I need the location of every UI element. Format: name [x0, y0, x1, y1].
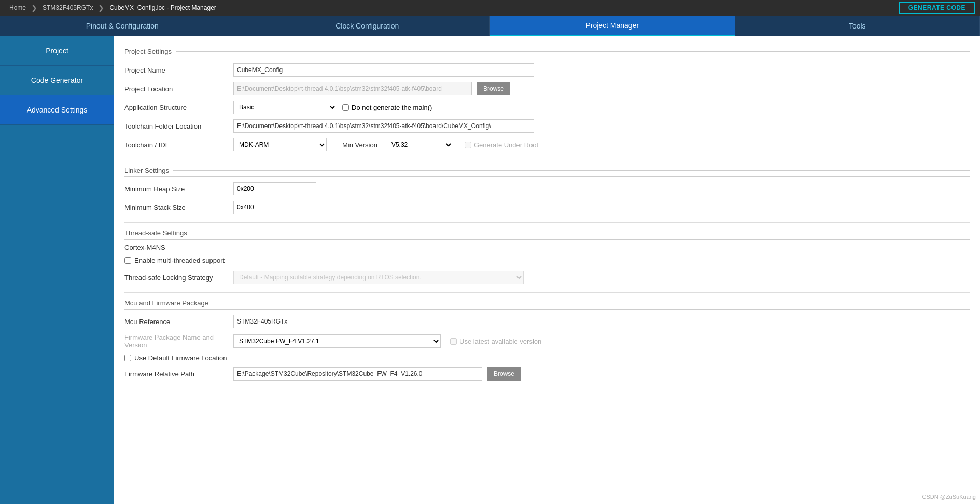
breadcrumb-sep-2: ❯ [98, 4, 104, 12]
min-stack-row: Minimum Stack Size [124, 201, 970, 214]
content-area: Project Settings Project Name Project Lo… [114, 36, 980, 504]
linker-settings-section: Linker Settings Minimum Heap Size Minimu… [124, 166, 970, 214]
locking-strategy-label: Thread-safe Locking Strategy [124, 274, 228, 282]
project-name-label: Project Name [124, 66, 228, 74]
tab-project-manager[interactable]: Project Manager [490, 16, 735, 36]
divider-1 [124, 160, 970, 160]
thread-safe-settings-section: Thread-safe Settings Cortex-M4NS Enable … [124, 229, 970, 284]
generate-under-root-label: Generate Under Root [474, 141, 538, 149]
sidebar-item-code-generator[interactable]: Code Generator [0, 66, 114, 95]
min-heap-label: Minimum Heap Size [124, 185, 228, 193]
divider-3 [124, 292, 970, 293]
application-structure-label: Application Structure [124, 104, 228, 111]
breadcrumb-project[interactable]: CubeMX_Config.ioc - Project Manager [105, 4, 220, 11]
locking-strategy-select[interactable]: Default - Mapping suitable strategy depe… [233, 271, 524, 284]
main-layout: Project Code Generator Advanced Settings… [0, 36, 980, 504]
min-version-select[interactable]: V5.32 [386, 138, 453, 151]
firmware-relative-path-label: Firmware Relative Path [124, 370, 228, 378]
toolchain-ide-row: Toolchain / IDE MDK-ARM Min Version V5.3… [124, 138, 970, 151]
project-settings-section: Project Settings Project Name Project Lo… [124, 48, 970, 151]
generate-under-root-row: Generate Under Root [465, 141, 538, 149]
sidebar: Project Code Generator Advanced Settings [0, 36, 114, 504]
firmware-relative-path-row: Firmware Relative Path Browse [124, 367, 970, 381]
project-name-input[interactable] [233, 63, 534, 77]
project-location-input[interactable] [233, 82, 472, 95]
do-not-generate-main-checkbox[interactable] [342, 104, 349, 111]
project-location-row: Project Location Browse [124, 82, 970, 95]
tab-tools[interactable]: Tools [735, 16, 981, 36]
toolchain-ide-select[interactable]: MDK-ARM [233, 138, 327, 151]
use-default-location-checkbox[interactable] [124, 355, 131, 361]
tab-clock[interactable]: Clock Configuration [245, 16, 491, 36]
toolchain-ide-label: Toolchain / IDE [124, 141, 228, 149]
use-latest-checkbox[interactable] [450, 338, 457, 345]
project-settings-header: Project Settings [124, 48, 970, 58]
sidebar-item-advanced-settings[interactable]: Advanced Settings [0, 95, 114, 125]
enable-multi-threaded-row: Enable multi-threaded support [124, 257, 970, 264]
enable-multi-threaded-label: Enable multi-threaded support [134, 257, 225, 264]
project-location-label: Project Location [124, 85, 228, 93]
mcu-firmware-header: Mcu and Firmware Package [124, 299, 970, 310]
mcu-reference-input[interactable] [233, 315, 534, 328]
cortex-label: Cortex-M4NS [124, 244, 970, 251]
min-version-label: Min Version [342, 141, 377, 149]
main-tab-bar: Pinout & Configuration Clock Configurati… [0, 16, 980, 36]
enable-multi-threaded-checkbox[interactable] [124, 257, 131, 264]
use-latest-row: Use latest available version [450, 338, 541, 345]
mcu-reference-label: Mcu Reference [124, 318, 228, 326]
sidebar-item-project[interactable]: Project [0, 36, 114, 66]
generate-under-root-checkbox[interactable] [465, 142, 471, 148]
mcu-firmware-section: Mcu and Firmware Package Mcu Reference F… [124, 299, 970, 381]
toolchain-folder-label: Toolchain Folder Location [124, 122, 228, 130]
divider-2 [124, 222, 970, 223]
breadcrumb-sep-1: ❯ [31, 4, 37, 12]
min-heap-row: Minimum Heap Size [124, 182, 970, 195]
min-heap-input[interactable] [233, 182, 316, 195]
use-latest-label: Use latest available version [459, 338, 541, 345]
application-structure-select[interactable]: Basic [233, 101, 337, 114]
breadcrumb-bar: Home ❯ STM32F405RGTx ❯ CubeMX_Config.ioc… [0, 0, 980, 16]
breadcrumb-home[interactable]: Home [5, 4, 30, 11]
use-default-location-label: Use Default Firmware Location [134, 354, 227, 362]
thread-safe-settings-header: Thread-safe Settings [124, 229, 970, 240]
firmware-relative-path-input[interactable] [233, 367, 482, 381]
mcu-reference-row: Mcu Reference [124, 315, 970, 328]
do-not-generate-main-checkbox-row: Do not generate the main() [342, 104, 432, 111]
linker-settings-header: Linker Settings [124, 166, 970, 177]
min-stack-label: Minimum Stack Size [124, 204, 228, 212]
generate-code-button[interactable]: GENERATE CODE [899, 2, 975, 14]
project-location-browse-button[interactable]: Browse [477, 82, 510, 95]
toolchain-folder-input[interactable] [233, 119, 534, 133]
project-name-row: Project Name [124, 63, 970, 77]
do-not-generate-main-label: Do not generate the main() [352, 104, 432, 111]
application-structure-row: Application Structure Basic Do not gener… [124, 101, 970, 114]
toolchain-folder-row: Toolchain Folder Location [124, 119, 970, 133]
firmware-package-select[interactable]: STM32Cube FW_F4 V1.27.1 [233, 334, 441, 348]
use-default-location-row: Use Default Firmware Location [124, 354, 970, 362]
locking-strategy-row: Thread-safe Locking Strategy Default - M… [124, 271, 970, 284]
firmware-package-label: Firmware Package Name and Version [124, 333, 228, 349]
min-stack-input[interactable] [233, 201, 316, 214]
watermark: CSDN @ZuSuKuang [922, 494, 976, 500]
tab-pinout[interactable]: Pinout & Configuration [0, 16, 245, 36]
breadcrumb-mcu[interactable]: STM32F405RGTx [38, 4, 97, 11]
firmware-package-row: Firmware Package Name and Version STM32C… [124, 333, 970, 349]
firmware-browse-button[interactable]: Browse [487, 367, 521, 381]
